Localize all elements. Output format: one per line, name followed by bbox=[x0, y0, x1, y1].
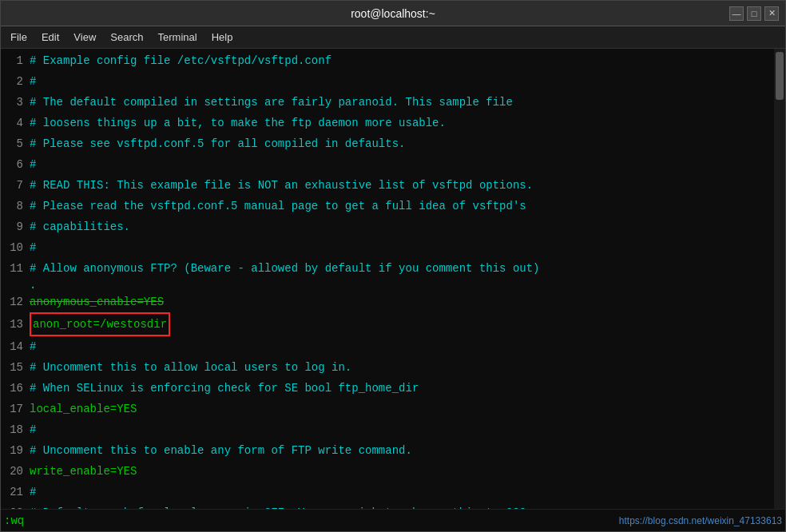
line-15: 15 # Uncomment this to allow local users… bbox=[1, 357, 785, 378]
line-text-9: # capabilities. bbox=[30, 216, 130, 237]
line-num-14: 14 bbox=[1, 336, 30, 357]
line-6: 6 # bbox=[1, 154, 785, 175]
line-num-13: 13 bbox=[1, 314, 30, 335]
line-text-6: # bbox=[30, 154, 36, 175]
line-num-1: 1 bbox=[1, 50, 30, 71]
line-18: 18 # bbox=[1, 419, 785, 440]
line-8: 8 # Please read the vsftpd.conf.5 manual… bbox=[1, 196, 785, 216]
line-16: 16 # When SELinux is enforcing check for… bbox=[1, 378, 785, 399]
line-text-10: # bbox=[30, 237, 36, 258]
line-num-9: 9 bbox=[1, 216, 30, 237]
minimize-button[interactable]: — bbox=[729, 6, 744, 21]
line-13: 13 anon_root=/westosdir bbox=[1, 312, 785, 336]
line-text-13: anon_root=/westosdir bbox=[33, 318, 167, 331]
line-20: 20 write_enable=YES bbox=[1, 461, 785, 482]
line-num-22: 22 bbox=[1, 502, 30, 509]
line-9: 9 # capabilities. bbox=[1, 216, 785, 237]
line-text-4: # loosens things up a bit, to make the f… bbox=[30, 113, 446, 133]
line-11: 11 # Allow anonymous FTP? (Beware - allo… bbox=[1, 258, 785, 279]
line-text-22: # Default umask for local users is 077. … bbox=[30, 502, 533, 509]
line-num-17: 17 bbox=[1, 399, 30, 419]
line-3: 3 # The default compiled in settings are… bbox=[1, 92, 785, 113]
line-text-16: # When SELinux is enforcing check for SE… bbox=[30, 378, 419, 399]
line-11b: 11 . bbox=[1, 279, 785, 292]
line-12: 12 anonymous_enable=YES bbox=[1, 292, 785, 312]
line-7: 7 # READ THIS: This example file is NOT … bbox=[1, 175, 785, 196]
line-text-19: # Uncomment this to enable any form of F… bbox=[30, 440, 412, 461]
line-num-20: 20 bbox=[1, 461, 30, 482]
line-num-18: 18 bbox=[1, 419, 30, 440]
line-text-14: # bbox=[30, 336, 36, 357]
line-22: 22 # Default umask for local users is 07… bbox=[1, 502, 785, 509]
line-num-4: 4 bbox=[1, 113, 30, 133]
line-text-2: # bbox=[30, 71, 36, 92]
line-21: 21 # bbox=[1, 482, 785, 502]
line-text-3: # The default compiled in settings are f… bbox=[30, 92, 513, 113]
line-num-10: 10 bbox=[1, 237, 30, 258]
line-num-3: 3 bbox=[1, 92, 30, 113]
line-num-15: 15 bbox=[1, 357, 30, 378]
terminal-content: 1 # Example config file /etc/vsftpd/vsft… bbox=[1, 49, 785, 509]
terminal-body[interactable]: 1 # Example config file /etc/vsftpd/vsft… bbox=[1, 49, 785, 531]
scrollbar-thumb[interactable] bbox=[776, 52, 784, 100]
maximize-button[interactable]: □ bbox=[747, 6, 761, 21]
window-controls: — □ ✕ bbox=[729, 6, 779, 21]
line-5: 5 # Please see vsftpd.conf.5 for all com… bbox=[1, 133, 785, 154]
status-command: :wq bbox=[4, 514, 24, 527]
line-num-19: 19 bbox=[1, 440, 30, 461]
status-bar: :wq https://blog.csdn.net/weixin_4713361… bbox=[1, 509, 785, 531]
line-text-17: local_enable=YES bbox=[30, 399, 137, 419]
menu-help[interactable]: Help bbox=[205, 30, 240, 45]
line-text-1: # Example config file /etc/vsftpd/vsftpd… bbox=[30, 50, 331, 71]
line-text-13-box: anon_root=/westosdir bbox=[30, 312, 170, 336]
line-num-11: 11 bbox=[1, 258, 30, 279]
line-num-21: 21 bbox=[1, 482, 30, 502]
line-4: 4 # loosens things up a bit, to make the… bbox=[1, 113, 785, 133]
line-num-16: 16 bbox=[1, 378, 30, 399]
line-num-5: 5 bbox=[1, 133, 30, 154]
line-num-12: 12 bbox=[1, 292, 30, 312]
line-text-12: anonymous_enable=YES bbox=[30, 292, 164, 312]
line-text-11: # Allow anonymous FTP? (Beware - allowed… bbox=[30, 258, 540, 279]
line-text-8: # Please read the vsftpd.conf.5 manual p… bbox=[30, 196, 526, 216]
line-text-11b: . bbox=[30, 279, 36, 292]
title-bar: root@localhost:~ — □ ✕ bbox=[1, 1, 785, 26]
terminal-window: root@localhost:~ — □ ✕ File Edit View Se… bbox=[0, 0, 786, 532]
line-text-15: # Uncomment this to allow local users to… bbox=[30, 357, 351, 378]
line-text-7: # READ THIS: This example file is NOT an… bbox=[30, 175, 533, 196]
menu-view[interactable]: View bbox=[67, 30, 102, 45]
close-button[interactable]: ✕ bbox=[764, 6, 779, 21]
menu-file[interactable]: File bbox=[4, 30, 34, 45]
menu-search[interactable]: Search bbox=[104, 30, 149, 45]
status-url: https://blog.csdn.net/weixin_47133613 bbox=[619, 515, 782, 526]
line-2: 2 # bbox=[1, 71, 785, 92]
line-10: 10 # bbox=[1, 237, 785, 258]
line-text-20: write_enable=YES bbox=[30, 461, 137, 482]
line-text-21: # bbox=[30, 482, 36, 502]
line-num-6: 6 bbox=[1, 154, 30, 175]
line-14: 14 # bbox=[1, 336, 785, 357]
line-text-5: # Please see vsftpd.conf.5 for all compi… bbox=[30, 133, 405, 154]
line-19: 19 # Uncomment this to enable any form o… bbox=[1, 440, 785, 461]
line-1: 1 # Example config file /etc/vsftpd/vsft… bbox=[1, 50, 785, 71]
line-num-2: 2 bbox=[1, 71, 30, 92]
menu-edit[interactable]: Edit bbox=[35, 30, 66, 45]
menubar: File Edit View Search Terminal Help bbox=[1, 26, 785, 49]
scrollbar[interactable] bbox=[774, 49, 785, 509]
line-num-7: 7 bbox=[1, 175, 30, 196]
line-text-18: # bbox=[30, 419, 36, 440]
line-17: 17 local_enable=YES bbox=[1, 399, 785, 419]
window-title: root@localhost:~ bbox=[351, 7, 435, 20]
menu-terminal[interactable]: Terminal bbox=[152, 30, 204, 45]
line-num-8: 8 bbox=[1, 196, 30, 216]
